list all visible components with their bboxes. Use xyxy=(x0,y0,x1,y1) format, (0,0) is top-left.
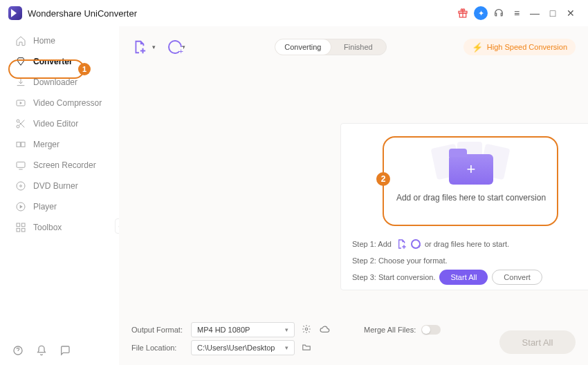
file-location-value: C:\Users\User\Desktop xyxy=(197,344,275,352)
output-format-select[interactable]: MP4 HD 1080P ▾ xyxy=(191,322,295,337)
compressor-icon xyxy=(15,97,26,109)
gift-icon[interactable] xyxy=(454,4,472,22)
sidebar-item-toolbox[interactable]: Toolbox xyxy=(0,217,119,238)
app-logo-icon xyxy=(8,6,22,20)
top-toolbar: ▾ ▾ Converting Finished ⚡ High Speed Con… xyxy=(131,35,576,59)
step1-text-a: Step 1: Add xyxy=(352,240,392,248)
sidebar-item-editor[interactable]: Video Editor xyxy=(0,113,119,134)
support-icon[interactable] xyxy=(490,4,508,22)
svg-rect-13 xyxy=(17,228,20,232)
sidebar-item-label: Screen Recorder xyxy=(33,160,96,170)
sidebar-item-compressor[interactable]: Video Compressor xyxy=(0,93,119,113)
footer-icons xyxy=(12,345,71,358)
home-icon xyxy=(15,35,26,46)
recorder-icon xyxy=(15,160,26,171)
converter-icon xyxy=(15,56,26,67)
sidebar-item-player[interactable]: Player xyxy=(0,196,119,217)
sidebar: Home Converter Downloader Video Compress… xyxy=(0,26,119,365)
scissors-icon xyxy=(15,118,26,129)
svg-rect-12 xyxy=(21,223,25,227)
mini-disc-icon xyxy=(411,239,421,249)
chevron-down-icon: ▾ xyxy=(285,326,288,333)
cloud-icon[interactable] xyxy=(318,324,331,336)
svg-point-15 xyxy=(305,328,308,330)
step1-text-b: or drag files here to start. xyxy=(425,240,509,248)
sidebar-item-label: Video Compressor xyxy=(33,98,102,108)
file-location-label: File Location: xyxy=(131,344,185,352)
add-disc-button[interactable] xyxy=(168,40,182,54)
svg-rect-6 xyxy=(21,142,25,147)
grid-icon xyxy=(15,222,26,233)
sidebar-item-label: Converter xyxy=(33,57,73,66)
download-icon xyxy=(15,77,26,88)
chevron-down-icon: ▾ xyxy=(285,344,288,351)
feedback-icon[interactable] xyxy=(59,345,71,358)
step3-text: Step 3: Start conversion. xyxy=(352,273,435,281)
file-ghosts-icon: + xyxy=(430,142,513,183)
folder-icon: + xyxy=(449,154,493,185)
svg-rect-11 xyxy=(17,223,20,227)
sidebar-item-label: Toolbox xyxy=(33,223,62,232)
sidebar-item-merger[interactable]: Merger xyxy=(0,134,119,155)
sidebar-item-label: Merger xyxy=(33,140,59,149)
settings-gear-icon[interactable] xyxy=(300,324,313,335)
tab-finished[interactable]: Finished xyxy=(331,39,386,55)
open-folder-icon[interactable] xyxy=(300,342,313,353)
drop-zone[interactable]: + Add or drag files here to start conver… xyxy=(341,142,588,203)
close-button[interactable]: ✕ xyxy=(562,4,580,22)
app-name: Wondershare UniConverter xyxy=(28,8,137,19)
step2-text: Step 2: Choose your format. xyxy=(352,256,448,265)
output-format-label: Output Format: xyxy=(131,326,185,334)
sidebar-item-label: Home xyxy=(33,36,55,46)
bottom-bar: Output Format: MP4 HD 1080P ▾ Merge All … xyxy=(119,315,588,365)
mini-file-icon xyxy=(396,238,407,250)
high-speed-conversion-button[interactable]: ⚡ High Speed Conversion xyxy=(463,39,576,55)
merger-icon xyxy=(15,139,26,150)
svg-rect-5 xyxy=(17,142,20,147)
svg-rect-7 xyxy=(17,162,25,167)
bolt-icon: ⚡ xyxy=(472,42,483,53)
menu-icon[interactable]: ≡ xyxy=(508,4,526,22)
tab-converting[interactable]: Converting xyxy=(275,39,331,55)
maximize-button[interactable]: □ xyxy=(544,4,562,22)
annotation-badge-2: 2 xyxy=(376,172,390,186)
svg-point-9 xyxy=(20,185,22,187)
add-file-caret[interactable]: ▾ xyxy=(152,44,156,50)
sidebar-item-label: Downloader xyxy=(33,77,77,87)
main-panel: ▾ ▾ Converting Finished ⚡ High Speed Con… xyxy=(119,26,588,365)
svg-point-8 xyxy=(17,182,25,190)
sidebar-item-dvd[interactable]: DVD Burner xyxy=(0,176,119,196)
start-all-button-inline[interactable]: Start All xyxy=(439,270,488,285)
output-format-value: MP4 HD 1080P xyxy=(197,326,250,334)
hsconv-label: High Speed Conversion xyxy=(487,43,567,51)
title-bar: Wondershare UniConverter ✦ ≡ — □ ✕ xyxy=(0,0,588,26)
svg-point-3 xyxy=(17,120,19,122)
file-location-select[interactable]: C:\Users\User\Desktop ▾ xyxy=(191,340,295,355)
annotation-badge-1: 1 xyxy=(78,63,91,75)
svg-point-4 xyxy=(17,125,19,128)
svg-rect-14 xyxy=(21,228,25,232)
drop-panel: + Add or drag files here to start conver… xyxy=(340,123,588,290)
drop-text: Add or drag files here to start conversi… xyxy=(396,193,546,203)
sidebar-item-downloader[interactable]: Downloader xyxy=(0,72,119,93)
sidebar-item-converter[interactable]: Converter xyxy=(0,51,119,72)
start-all-button[interactable]: Start All xyxy=(499,330,576,354)
minimize-button[interactable]: — xyxy=(526,4,544,22)
status-tabs: Converting Finished xyxy=(275,39,387,55)
steps-guide: Step 1: Add or drag files here to start.… xyxy=(352,236,542,286)
sidebar-item-recorder[interactable]: Screen Recorder xyxy=(0,155,119,176)
add-file-button[interactable] xyxy=(131,39,148,55)
merge-files-switch[interactable] xyxy=(421,325,441,335)
sidebar-item-label: Player xyxy=(33,202,57,212)
merge-files-label: Merge All Files: xyxy=(364,326,416,334)
sidebar-item-label: DVD Burner xyxy=(33,181,78,191)
convert-button[interactable]: Convert xyxy=(492,270,542,285)
sidebar-item-label: Video Editor xyxy=(33,119,78,129)
sidebar-item-home[interactable]: Home xyxy=(0,30,119,51)
help-icon[interactable] xyxy=(12,345,24,358)
disc-icon xyxy=(15,180,26,191)
bell-icon[interactable] xyxy=(36,345,47,358)
play-icon xyxy=(15,201,26,212)
user-account-icon[interactable]: ✦ xyxy=(472,4,490,22)
